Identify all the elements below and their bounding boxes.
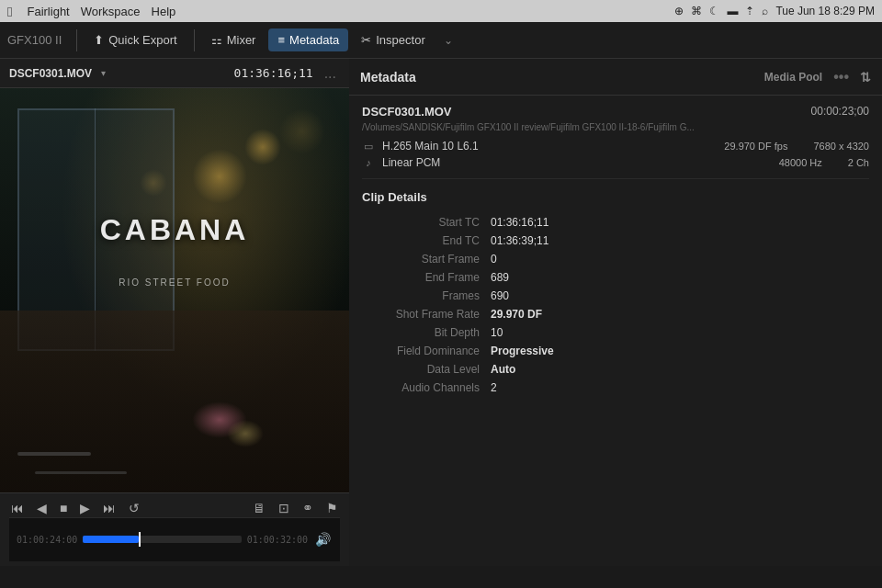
end-tc-row: End TC 01:36:39;11 (362, 232, 869, 250)
video-scene: CABANA RIO STREET FOOD (0, 88, 349, 492)
mixer-button[interactable]: ⚏ Mixer (202, 28, 266, 51)
file-path: /Volumes/SANDISK/Fujifilm GFX100 II revi… (362, 122, 869, 132)
monitor-button[interactable]: 🖥 (251, 499, 267, 517)
clip-details: Clip Details Start TC 01:36:16;11 End TC… (362, 190, 869, 397)
cabana-sign: CABANA (100, 213, 250, 247)
framerate-value: 29.970 DF fps (724, 141, 787, 152)
battery-icon: ▬ (727, 5, 738, 17)
playback-controls: ⏮ ◀ ■ ▶ ⏭ ↺ 🖥 ⊡ ⚭ ⚑ (9, 499, 340, 517)
file-name: DSCF0301.MOV (362, 105, 452, 119)
audio-channels-row: Audio Channels 2 (362, 379, 869, 397)
data-level-value: Auto (491, 363, 515, 376)
inspector-button[interactable]: ✂ Inspector (352, 28, 434, 51)
bit-depth-row: Bit Depth 10 (362, 323, 869, 342)
field-dominance-row: Field Dominance Progressive (362, 342, 869, 360)
video-dots[interactable]: ... (321, 63, 340, 84)
menu-fairlight[interactable]: Fairlight (27, 5, 69, 18)
moon-icon: ☾ (709, 5, 719, 17)
datetime: Tue Jun 18 8:29 PM (775, 5, 875, 17)
field-dominance-value: Progressive (491, 345, 554, 357)
volume-button[interactable]: 🔊 (313, 530, 333, 548)
scene-floor (0, 311, 349, 492)
data-level-row: Data Level Auto (362, 360, 869, 379)
metadata-icon: ≡ (277, 33, 285, 47)
panel-header: Metadata Media Pool ••• ⇅ (349, 59, 882, 96)
audio-label: Linear PCM (382, 156, 772, 169)
end-frame-label: End Frame (362, 271, 491, 284)
end-tc-label: End TC (362, 234, 491, 247)
shot-frame-rate-row: Shot Frame Rate 29.970 DF (362, 305, 869, 323)
video-timecode: 01:36:16;11 (234, 66, 313, 80)
mixer-label: Mixer (227, 33, 256, 47)
audio-icon: ♪ (362, 157, 375, 168)
sample-rate-value: 48000 Hz (779, 157, 822, 168)
file-duration: 00:00:23;00 (811, 105, 869, 118)
end-frame-row: End Frame 689 (362, 268, 869, 287)
video-controls: ⏮ ◀ ■ ▶ ⏭ ↺ 🖥 ⊡ ⚭ ⚑ 01:00:24:00 01:00:32… (0, 492, 349, 566)
codec-label: H.265 Main 10 L6.1 (382, 140, 717, 153)
video-filename: DSCF0301.MOV (9, 67, 92, 80)
menu-help[interactable]: Help (152, 5, 176, 18)
cast-icon: ⊕ (674, 5, 684, 17)
codec-row: ▭ H.265 Main 10 L6.1 29.970 DF fps 7680 … (362, 140, 869, 153)
link-button[interactable]: ⚭ (300, 499, 315, 517)
end-tc-value: 01:36:39;11 (491, 234, 548, 247)
audio-channels-label: Audio Channels (362, 381, 491, 394)
flag-button[interactable]: ⚑ (324, 499, 340, 517)
header-dots[interactable]: ••• (830, 67, 853, 87)
channels-value: 2 Ch (848, 157, 869, 168)
field-dominance-label: Field Dominance (362, 345, 491, 357)
dropdown-arrow[interactable]: ▾ (101, 68, 106, 78)
audio-channels-value: 2 (491, 381, 497, 394)
video-icon: ▭ (362, 141, 375, 153)
resolve-toolbar: GFX100 II ⬆ Quick Export ⚏ Mixer ≡ Metad… (0, 22, 882, 59)
separator-2 (194, 29, 195, 51)
panel-content: DSCF0301.MOV 00:00:23;00 /Volumes/SANDIS… (349, 96, 882, 566)
frames-value: 690 (491, 289, 509, 302)
media-pool-label: Media Pool (764, 71, 822, 84)
settings-button[interactable]: ⊡ (277, 499, 291, 517)
macos-menubar:  Fairlight Workspace Help ⊕ ⌘ ☾ ▬ ⇡ ⌕ T… (0, 0, 882, 22)
go-to-start-button[interactable]: ⏮ (9, 499, 26, 517)
metadata-button[interactable]: ≡ Metadata (268, 28, 348, 51)
start-tc-value: 01:36:16;11 (491, 216, 548, 229)
tc-end-label: 01:00:32:00 (247, 535, 308, 545)
loop-button[interactable]: ↺ (127, 499, 141, 517)
stop-button[interactable]: ■ (58, 499, 69, 517)
search-icon[interactable]: ⌕ (762, 5, 768, 17)
metadata-label: Metadata (289, 33, 339, 47)
video-preview: CABANA RIO STREET FOOD (0, 88, 349, 492)
bit-depth-value: 10 (491, 326, 503, 339)
timeline-track[interactable] (83, 536, 242, 543)
timeline-playhead (139, 532, 141, 547)
export-icon: ⬆ (94, 33, 104, 47)
file-info-top: DSCF0301.MOV 00:00:23;00 (362, 105, 869, 119)
metadata-panel: Metadata Media Pool ••• ⇅ DSCF0301.MOV 0… (349, 59, 882, 566)
start-frame-label: Start Frame (362, 253, 491, 266)
play-backward-button[interactable]: ◀ (35, 499, 49, 517)
panel-title: Metadata (360, 70, 416, 85)
go-to-end-button[interactable]: ⏭ (101, 499, 118, 517)
expand-button[interactable]: ⌄ (438, 32, 458, 49)
tech-info: ▭ H.265 Main 10 L6.1 29.970 DF fps 7680 … (362, 140, 869, 169)
menu-workspace[interactable]: Workspace (81, 5, 141, 18)
start-tc-row: Start TC 01:36:16;11 (362, 213, 869, 232)
shot-frame-rate-value: 29.970 DF (491, 308, 542, 321)
play-forward-button[interactable]: ▶ (78, 499, 92, 517)
app-name: GFX100 II (7, 33, 62, 47)
tc-start-label: 01:00:24:00 (17, 535, 77, 545)
sort-icon[interactable]: ⇅ (860, 70, 871, 85)
main-content: DSCF0301.MOV ▾ 01:36:16;11 ... CABANA RI… (0, 59, 882, 566)
inspector-label: Inspector (376, 33, 424, 47)
mixer-icon: ⚏ (211, 33, 222, 47)
separator-1 (76, 29, 77, 51)
bit-depth-label: Bit Depth (362, 326, 491, 339)
inspector-icon: ✂ (361, 33, 371, 47)
clip-details-header: Clip Details (362, 190, 869, 204)
video-panel: DSCF0301.MOV ▾ 01:36:16;11 ... CABANA RI… (0, 59, 349, 566)
video-header: DSCF0301.MOV ▾ 01:36:16;11 ... (0, 59, 349, 88)
quick-export-button[interactable]: ⬆ Quick Export (85, 28, 186, 51)
status-icons: ⊕ ⌘ ☾ ▬ ⇡ ⌕ Tue Jun 18 8:29 PM (674, 5, 875, 17)
panel-header-right: Media Pool ••• ⇅ (764, 67, 871, 87)
resolution-value: 7680 x 4320 (813, 141, 869, 152)
